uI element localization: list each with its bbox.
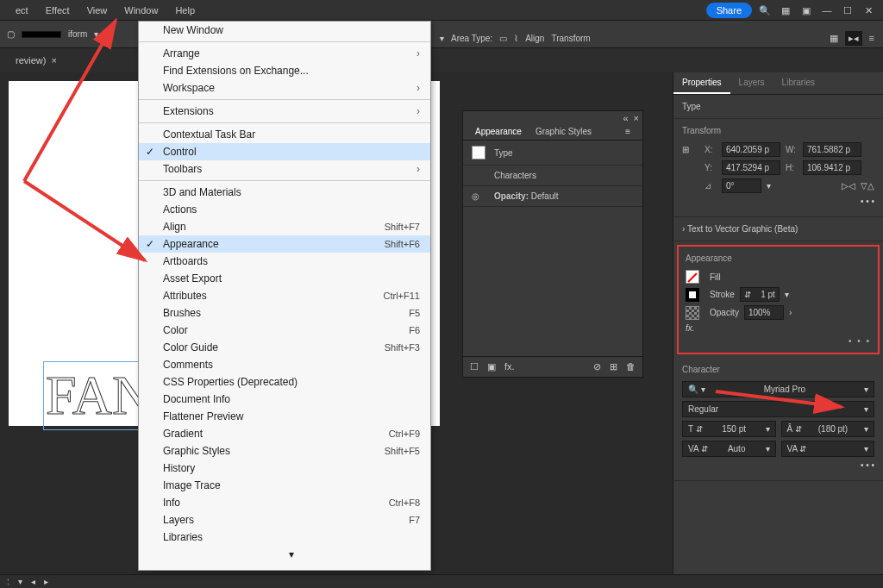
tab-layers[interactable]: Layers (730, 72, 773, 94)
stroke-preview[interactable] (22, 31, 61, 38)
menu-item-attributes[interactable]: AttributesCtrl+F11 (139, 287, 430, 304)
menu-item-css-properties-deprecated-[interactable]: CSS Properties (Deprecated) (139, 373, 430, 391)
minimize-icon[interactable]: — (819, 3, 835, 18)
menu-item-asset-export[interactable]: Asset Export (139, 270, 430, 287)
menu-item-image-trace[interactable]: Image Trace (139, 477, 430, 494)
search-icon[interactable]: 🔍 (757, 3, 773, 18)
y-field[interactable]: 417.5294 p (722, 160, 780, 175)
add-fill-icon[interactable]: ▣ (487, 361, 496, 372)
text-to-vector-section[interactable]: › Text to Vector Graphic (Beta) (673, 217, 883, 241)
w-field[interactable]: 761.5882 p (803, 142, 861, 157)
font-family-dropdown[interactable]: 🔍 ▾Myriad Pro▾ (682, 381, 874, 397)
trash-icon[interactable]: 🗑 (626, 361, 636, 372)
appearance-row-type[interactable]: Type (463, 141, 642, 166)
font-style-dropdown[interactable]: Regular▾ (682, 401, 874, 417)
workspace-icon[interactable]: ▦ (778, 3, 793, 18)
menu-item-find-extensions-on-exchange-[interactable]: Find Extensions on Exchange... (139, 62, 430, 79)
menu-item-appearance[interactable]: AppearanceShift+F6 (139, 235, 430, 253)
warp-icon[interactable]: ⌇ (514, 34, 518, 43)
menu-item-new-window[interactable]: New Window (139, 22, 430, 39)
close-tab-icon[interactable]: × (52, 55, 57, 66)
grid-icon[interactable]: ▦ (830, 33, 838, 44)
x-field[interactable]: 640.2059 p (722, 142, 780, 157)
angle-field[interactable]: 0° (722, 178, 761, 193)
stroke-swatch[interactable] (686, 288, 699, 302)
menu-item-actions[interactable]: Actions (139, 201, 430, 218)
menu-icon[interactable]: ≡ (869, 33, 874, 43)
menu-item-info[interactable]: InfoCtrl+F8 (139, 494, 430, 511)
menu-item-artboards[interactable]: Artboards (139, 253, 430, 270)
zoom-field[interactable]: : (7, 577, 9, 586)
chevron-right-icon[interactable]: › (789, 308, 792, 317)
arrange-icon[interactable]: ▣ (798, 3, 814, 18)
clear-icon[interactable]: ⊘ (593, 361, 601, 372)
panel-titlebar[interactable]: « × (463, 111, 642, 123)
font-size-field[interactable]: T ⇵150 pt▾ (682, 421, 776, 437)
menu-item-layers[interactable]: LayersF7 (139, 511, 430, 529)
leading-field[interactable]: Â ⇵(180 pt)▾ (781, 421, 875, 437)
share-button[interactable]: Share (706, 3, 752, 18)
more-options[interactable]: • • • (861, 197, 874, 206)
anchor-icon[interactable]: ▢ (7, 29, 15, 39)
add-stroke-icon[interactable]: ☐ (470, 361, 479, 372)
menu-item-extensions[interactable]: Extensions› (139, 103, 430, 120)
kerning-field[interactable]: VA ⇵Auto▾ (682, 441, 776, 457)
menu-item-comments[interactable]: Comments (139, 356, 430, 373)
menu-item-flattener-preview[interactable]: Flattener Preview (139, 408, 430, 425)
appearance-row-characters[interactable]: Characters (463, 166, 642, 186)
panel-menu-icon[interactable]: ≡ (618, 123, 637, 140)
menu-item-history[interactable]: History (139, 460, 430, 477)
next-artboard-icon[interactable]: ▸ (44, 577, 48, 586)
chevron-down-icon[interactable]: ▾ (440, 34, 444, 43)
prev-artboard-icon[interactable]: ◂ (31, 577, 35, 586)
isolation-icon[interactable]: ▸◂ (845, 31, 862, 46)
close-panel-icon[interactable]: × (634, 113, 639, 122)
appearance-row-opacity[interactable]: ◎ Opacity: Default (463, 186, 642, 207)
add-effect-icon[interactable]: fx. (504, 361, 515, 372)
menu-item-gradient[interactable]: GradientCtrl+F9 (139, 425, 430, 442)
menu-item-align[interactable]: AlignShift+F7 (139, 218, 430, 235)
menu-item-graphic-styles[interactable]: Graphic StylesShift+F5 (139, 442, 430, 460)
tracking-field[interactable]: VA ⇵▾ (781, 441, 875, 457)
duplicate-icon[interactable]: ⊞ (610, 361, 617, 372)
menu-scroll-down[interactable]: ▾ (139, 546, 430, 563)
chevron-down-icon[interactable]: ▾ (94, 29, 98, 39)
close-icon[interactable]: ✕ (861, 3, 876, 18)
menu-effect[interactable]: Effect (37, 2, 78, 19)
menu-item-control[interactable]: Control (139, 143, 430, 160)
menu-help[interactable]: Help (166, 2, 204, 19)
chevron-down-icon[interactable]: ▾ (18, 577, 22, 586)
appearance-more[interactable]: • • • (686, 336, 871, 346)
stroke-width-field[interactable]: ⇵1 pt (740, 287, 780, 302)
menu-item-arrange[interactable]: Arrange› (139, 45, 430, 62)
menu-item-color[interactable]: ColorF6 (139, 322, 430, 339)
tab-graphic-styles[interactable]: Graphic Styles (529, 123, 598, 140)
reference-point-icon[interactable]: ⊞ (682, 145, 699, 154)
fx-icon[interactable]: fx. (686, 323, 695, 333)
document-tab[interactable]: review) × (7, 52, 66, 69)
menu-item-toolbars[interactable]: Toolbars› (139, 160, 430, 178)
flip-h-icon[interactable]: ▷◁ (842, 181, 855, 191)
area-type-icon[interactable]: ▭ (499, 34, 507, 43)
more-options[interactable]: • • • (861, 460, 874, 470)
collapse-icon[interactable]: « (623, 113, 628, 122)
menu-item-document-info[interactable]: Document Info (139, 391, 430, 408)
chevron-down-icon[interactable]: ▾ (767, 181, 771, 191)
h-field[interactable]: 106.9412 p (803, 160, 861, 175)
menu-window[interactable]: Window (116, 2, 166, 19)
menu-ect[interactable]: ect (7, 2, 37, 19)
opacity-field[interactable]: 100% (744, 305, 784, 320)
tab-appearance[interactable]: Appearance (468, 123, 529, 140)
fill-swatch[interactable] (686, 270, 699, 284)
menu-item-3d-and-materials[interactable]: 3D and Materials (139, 184, 430, 201)
flip-v-icon[interactable]: ▽△ (861, 181, 874, 191)
menu-item-workspace[interactable]: Workspace› (139, 79, 430, 97)
opacity-swatch[interactable] (686, 306, 699, 320)
menu-item-contextual-task-bar[interactable]: Contextual Task Bar (139, 126, 430, 143)
menu-item-libraries[interactable]: Libraries (139, 529, 430, 546)
chevron-down-icon[interactable]: ▾ (785, 290, 789, 299)
tab-properties[interactable]: Properties (673, 72, 730, 94)
menu-item-brushes[interactable]: BrushesF5 (139, 304, 430, 322)
menu-item-color-guide[interactable]: Color GuideShift+F3 (139, 339, 430, 356)
menu-view[interactable]: View (78, 2, 116, 19)
